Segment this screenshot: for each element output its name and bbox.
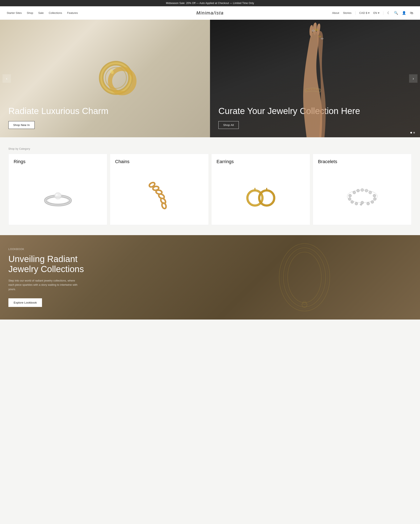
categories-section-label: Shop by Category (0, 137, 420, 154)
hero-earring-image (89, 49, 143, 103)
nav-about[interactable]: About (332, 11, 339, 15)
svg-point-10 (314, 89, 315, 89)
svg-point-20 (56, 194, 58, 196)
svg-point-44 (365, 189, 368, 192)
cart-icon[interactable]: 🛍 (410, 11, 413, 15)
nav-divider-2 (383, 11, 384, 15)
nav-starter-sites[interactable]: Starter Sites (7, 11, 22, 15)
carousel-dot-2[interactable] (413, 132, 415, 133)
category-card-earrings[interactable]: Earrings (211, 154, 310, 225)
language-selector[interactable]: EN ▾ (373, 11, 379, 15)
account-icon[interactable]: 👤 (402, 11, 406, 15)
svg-point-38 (259, 190, 274, 206)
category-card-chains[interactable]: Chains (110, 154, 209, 225)
carousel-prev-button[interactable]: ‹ (2, 74, 11, 83)
hero-section: Radiate Luxurious Charm Shop New In (0, 20, 420, 137)
nav-stories[interactable]: Stories (343, 11, 351, 15)
svg-point-47 (373, 198, 376, 201)
lookbook-button[interactable]: Explore Lookbook (9, 298, 42, 307)
hero-right-panel: Curate Your Jewelry Collection Here Shop… (210, 20, 420, 137)
lookbook-decoration (189, 235, 420, 320)
hero-left-heading: Radiate Luxurious Charm (9, 106, 201, 116)
svg-point-46 (373, 194, 376, 197)
category-chains-label: Chains (115, 159, 203, 164)
svg-point-12 (319, 89, 320, 90)
svg-point-7 (306, 90, 307, 91)
chains-image (115, 164, 203, 220)
dark-mode-toggle[interactable]: ☾ (387, 11, 390, 15)
category-card-rings[interactable]: Rings (9, 154, 107, 225)
nav-features[interactable]: Features (67, 11, 78, 15)
hero-left-text: Radiate Luxurious Charm Shop New In (9, 106, 201, 129)
search-icon[interactable]: 🔍 (394, 11, 398, 15)
lookbook-heading: Unveiling Radiant Jewelry Collections (9, 254, 92, 274)
svg-point-64 (286, 250, 324, 305)
category-earrings-label: Earrings (217, 159, 305, 164)
svg-point-51 (355, 202, 358, 205)
svg-point-48 (371, 201, 374, 203)
carousel-next-button[interactable]: › (409, 74, 418, 83)
svg-point-52 (351, 201, 354, 203)
svg-point-56 (357, 189, 359, 192)
svg-point-9 (311, 89, 312, 90)
chevron-down-icon: ▾ (368, 11, 370, 15)
svg-point-11 (316, 89, 317, 90)
lookbook-description: Step into our world of radiant jewelry c… (9, 279, 80, 292)
category-card-bracelets[interactable]: Bracelets (313, 154, 411, 225)
site-logo[interactable]: Minima/ista (196, 10, 224, 16)
earrings-image (217, 164, 305, 220)
nav-divider (355, 11, 356, 15)
main-nav: Starter Sites Shop Sale Collections Feat… (0, 6, 420, 20)
svg-point-65 (281, 246, 328, 309)
nav-shop[interactable]: Shop (27, 11, 33, 15)
category-rings-label: Rings (14, 159, 102, 164)
svg-point-55 (353, 191, 356, 194)
svg-point-18 (55, 192, 61, 199)
carousel-dots (410, 132, 415, 133)
lookbook-section: Lookbook Unveiling Radiant Jewelry Colle… (0, 235, 420, 320)
currency-selector[interactable]: CAD $ ▾ (359, 11, 370, 15)
chevron-left-icon: ‹ (6, 76, 7, 81)
chevron-right-icon: › (413, 76, 414, 81)
nav-collections[interactable]: Collections (49, 11, 62, 15)
nav-sale[interactable]: Sale (38, 11, 44, 15)
nav-left: Starter Sites Shop Sale Collections Feat… (7, 11, 78, 15)
category-bracelets-label: Bracelets (318, 159, 406, 164)
svg-point-53 (348, 198, 351, 201)
hero-hands-image (210, 20, 420, 137)
svg-point-49 (367, 202, 370, 205)
svg-point-61 (288, 252, 322, 303)
hero-left-panel: Radiate Luxurious Charm Shop New In (0, 20, 210, 137)
bracelets-image (318, 164, 406, 220)
carousel-dot-1[interactable] (410, 132, 412, 133)
svg-point-8 (309, 89, 310, 90)
svg-point-62 (283, 248, 326, 307)
nav-right: About Stories CAD $ ▾ EN ▾ ☾ 🔍 👤 🛍 (332, 11, 413, 15)
svg-point-45 (369, 191, 372, 194)
announcement-text: Midseason Sale: 20% Off — Auto Applied a… (166, 2, 254, 5)
categories-grid: Rings Chains (0, 154, 420, 235)
chevron-down-icon-lang: ▾ (378, 11, 379, 15)
hero-left-button[interactable]: Shop New In (9, 121, 35, 129)
svg-point-43 (361, 189, 364, 192)
announcement-bar: Midseason Sale: 20% Off — Auto Applied a… (0, 0, 420, 6)
svg-point-54 (349, 194, 351, 197)
rings-image (14, 164, 102, 220)
